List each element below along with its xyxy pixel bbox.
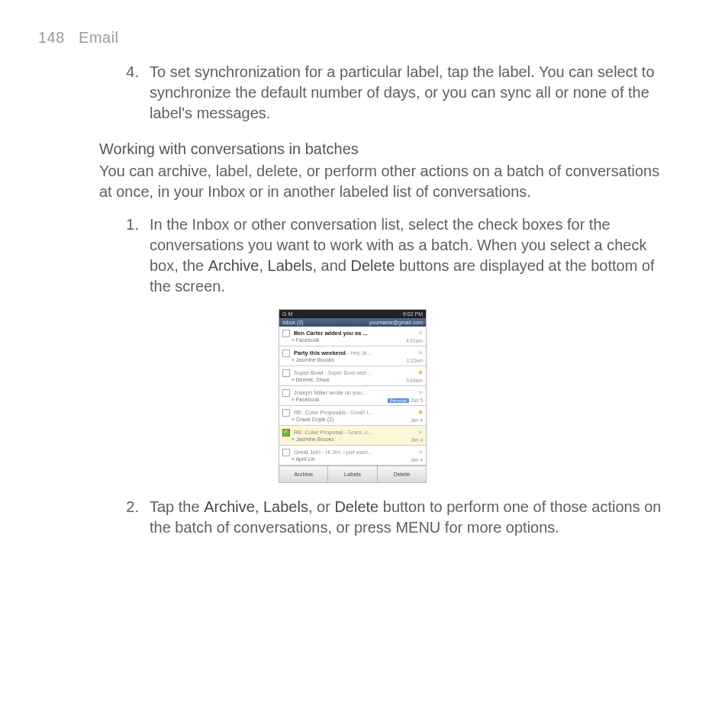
- checkbox-icon[interactable]: [282, 429, 290, 436]
- phone-status-bar: G M 9:02 PM: [279, 310, 426, 318]
- page-header: 148 Email: [38, 29, 667, 47]
- mail-subject: RE: Color Proposal: [294, 429, 343, 436]
- step-1: 1. In the Inbox or other conversation li…: [99, 214, 667, 297]
- mail-from: » Grace Doyle (2): [292, 417, 423, 422]
- mail-preview: - Hey Je...: [346, 350, 372, 356]
- checkbox-icon[interactable]: [282, 350, 290, 357]
- mail-row[interactable]: Party this weekend - Hey Je... ★ » Jasmi…: [279, 346, 426, 366]
- checkbox-icon[interactable]: [282, 369, 290, 377]
- step-4-text: To set synchronization for a particular …: [150, 62, 667, 124]
- step-1-sep1: ,: [259, 257, 267, 274]
- mail-row[interactable]: Joseph Miller wrote on you... ★ » Facebo…: [279, 386, 426, 406]
- mail-subject: Great Job!: [294, 449, 321, 456]
- checkbox-icon[interactable]: [282, 389, 290, 397]
- page-number: 148: [38, 29, 65, 46]
- step-1-delete: Delete: [351, 257, 395, 274]
- star-icon[interactable]: ★: [417, 369, 424, 376]
- step-4: 4. To set synchronization for a particul…: [99, 62, 667, 124]
- section-name: Email: [79, 29, 119, 46]
- mail-subject: Party this weekend: [294, 350, 346, 356]
- step-1-archive: Archive: [208, 257, 259, 274]
- mail-preview: - Grace, c...: [343, 430, 372, 435]
- step-2-number: 2.: [99, 497, 150, 538]
- mail-from: » Jasmine Brooks: [292, 436, 423, 442]
- mail-subject: Ben Carter added you as ...: [294, 330, 368, 337]
- mail-row[interactable]: RE: Color Proposals - Great! L... ★ » Gr…: [279, 406, 426, 426]
- title-right: yourname@gmail.com: [369, 320, 423, 325]
- mail-from: » April Lin: [292, 456, 423, 462]
- archive-button[interactable]: Archive: [279, 466, 328, 482]
- mail-time: Jan 4: [411, 437, 423, 443]
- step-2-text: Tap the Archive, Labels, or Delete butto…: [150, 497, 667, 538]
- step-2-labels: Labels: [263, 498, 308, 515]
- mail-subject: RE: Color Proposals: [294, 409, 346, 416]
- labels-button[interactable]: Labels: [328, 466, 377, 482]
- step-2-archive: Archive: [204, 498, 255, 515]
- phone-screenshot: G M 9:02 PM Inbox (2) yourname@gmail.com…: [279, 309, 427, 483]
- mail-from: » Facebook: [292, 337, 423, 343]
- phone-action-bar: Archive Labels Delete: [279, 465, 426, 482]
- mail-subject: Joseph Miller wrote on you...: [294, 389, 366, 396]
- star-icon[interactable]: ★: [417, 408, 424, 416]
- mail-time: 3:04am: [406, 378, 423, 383]
- status-right: 9:02 PM: [403, 311, 423, 317]
- checkbox-icon[interactable]: [282, 409, 290, 417]
- step-2-delete: Delete: [334, 498, 378, 515]
- batches-intro: You can archive, label, delete, or perfo…: [99, 161, 667, 202]
- title-left: Inbox (2): [282, 320, 304, 325]
- step-1-number: 1.: [99, 214, 150, 297]
- mail-time: Jan 5: [411, 398, 423, 403]
- phone-title-bar: Inbox (2) yourname@gmail.com: [279, 318, 426, 327]
- step-2-pre: Tap the: [150, 498, 204, 515]
- status-left: G M: [282, 311, 292, 317]
- mail-subject: Super Bowl: [294, 369, 323, 376]
- star-icon[interactable]: ★: [417, 428, 424, 436]
- star-icon[interactable]: ★: [417, 388, 424, 396]
- step-4-number: 4.: [99, 62, 150, 124]
- checkbox-icon[interactable]: [282, 330, 290, 337]
- mail-from: » Jasmine Brooks: [292, 357, 423, 362]
- step-1-labels: Labels: [268, 257, 313, 274]
- mail-preview: - Super Bowl wee...: [323, 370, 371, 375]
- step-2-sep2: , or: [308, 498, 334, 515]
- mail-time: Jan 4: [411, 417, 423, 423]
- mail-preview: - Hi Jen, I just want...: [321, 449, 372, 455]
- star-icon[interactable]: ★: [417, 349, 424, 356]
- mail-row[interactable]: Ben Carter added you as ... ★ » Facebook…: [279, 327, 426, 346]
- mail-preview: - Great! L...: [346, 410, 374, 415]
- mail-row[interactable]: Super Bowl - Super Bowl wee... ★ » Benne…: [279, 366, 426, 386]
- step-1-text: In the Inbox or other conversation list,…: [150, 214, 667, 297]
- mail-time: Jan 4: [411, 457, 423, 462]
- delete-button[interactable]: Delete: [378, 466, 426, 482]
- step-2: 2. Tap the Archive, Labels, or Delete bu…: [99, 497, 667, 538]
- batches-heading: Working with conversations in batches: [99, 140, 667, 158]
- star-icon[interactable]: ★: [417, 329, 424, 337]
- star-icon[interactable]: ★: [417, 448, 424, 456]
- mail-row[interactable]: Great Job! - Hi Jen, I just want... ★ » …: [279, 446, 426, 465]
- checkbox-icon[interactable]: [282, 449, 290, 456]
- step-1-sep2: , and: [312, 257, 350, 274]
- mail-time: 4:01am: [406, 338, 423, 343]
- label-badge: Personal: [388, 398, 409, 403]
- mail-time: 3:15am: [406, 358, 423, 363]
- mail-from: » Bennet, Shiue: [292, 377, 423, 382]
- mail-row[interactable]: RE: Color Proposal - Grace, c... ★ » Jas…: [279, 426, 426, 446]
- step-2-sep1: ,: [255, 498, 263, 515]
